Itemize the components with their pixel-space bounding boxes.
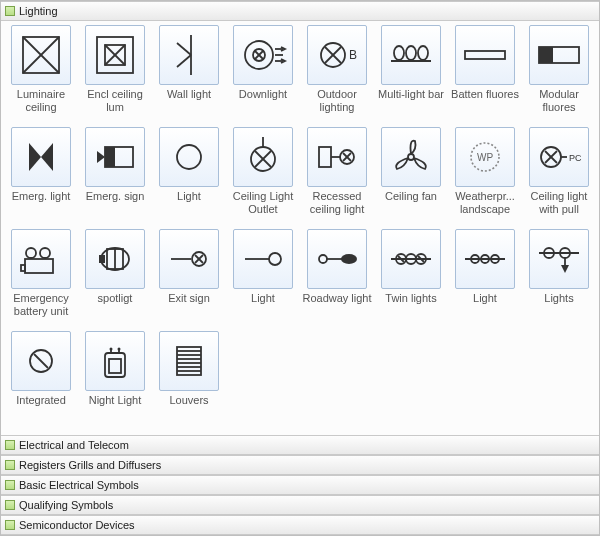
svg-point-22 — [394, 46, 404, 60]
symbol-ceiling-light-outlet[interactable]: Ceiling Light Outlet — [227, 127, 299, 227]
symbol-label: Lights — [544, 292, 573, 305]
symbol-recessed-ceiling-light[interactable]: Recessed ceiling light — [301, 127, 373, 227]
twin-lights-icon — [381, 229, 441, 289]
exit-sign-icon — [159, 229, 219, 289]
symbol-emergency-battery-unit[interactable]: Emergency battery unit — [5, 229, 77, 329]
symbol-exit-sign[interactable]: Exit sign — [153, 229, 225, 329]
emerg-light-icon — [11, 127, 71, 187]
symbol-spotlight[interactable]: spotligt — [79, 229, 151, 329]
symbol-label: Ceiling light with pull — [523, 190, 595, 215]
outdoor-lighting-icon: B — [307, 25, 367, 85]
svg-point-64 — [319, 255, 327, 263]
symbol-label: Batten fluores — [451, 88, 519, 101]
expand-icon — [5, 440, 15, 450]
symbol-label: Emerg. light — [12, 190, 71, 203]
roadway-light-icon — [307, 229, 367, 289]
symbol-label: spotligt — [98, 292, 133, 305]
svg-text:B: B — [349, 48, 357, 62]
symbol-label: Night Light — [89, 394, 142, 407]
section-header-qualifying-symbols[interactable]: Qualifying Symbols — [1, 495, 599, 515]
symbol-label: Light — [251, 292, 275, 305]
symbol-ceiling-fan[interactable]: Ceiling fan — [375, 127, 447, 227]
light-triple-icon — [455, 229, 515, 289]
svg-rect-25 — [465, 51, 505, 59]
symbol-weatherproof-landscape[interactable]: WPWeatherpr... landscape — [449, 127, 521, 227]
multi-light-bar-icon — [381, 25, 441, 85]
section-header-electrical-telecom[interactable]: Electrical and Telecom — [1, 435, 599, 455]
symbol-label: Luminaire ceiling — [5, 88, 77, 113]
light-circle-icon — [159, 127, 219, 187]
svg-point-66 — [341, 254, 357, 264]
section-header-lighting[interactable]: Lighting — [1, 1, 599, 21]
symbol-label: Downlight — [239, 88, 287, 101]
symbol-label: Light — [473, 292, 497, 305]
symbol-label: Ceiling fan — [385, 190, 437, 203]
symbol-emerg-light[interactable]: Emerg. light — [5, 127, 77, 227]
section-title: Basic Electrical Symbols — [19, 479, 595, 491]
lights-arrow-icon — [529, 229, 589, 289]
symbol-integrated[interactable]: Integrated — [5, 331, 77, 431]
symbol-twin-lights[interactable]: Twin lights — [375, 229, 447, 329]
symbol-roadway-light[interactable]: Roadway light — [301, 229, 373, 329]
svg-rect-84 — [109, 359, 121, 373]
louvers-icon — [159, 331, 219, 391]
night-light-icon — [85, 331, 145, 391]
svg-rect-49 — [21, 265, 25, 271]
svg-point-63 — [269, 253, 281, 265]
wall-light-icon — [159, 25, 219, 85]
symbol-louvers[interactable]: Louvers — [153, 331, 225, 431]
batten-fluores-icon — [455, 25, 515, 85]
symbol-modular-fluores[interactable]: Modular fluores — [523, 25, 595, 125]
modular-fluores-icon — [529, 25, 589, 85]
svg-rect-29 — [105, 147, 115, 167]
symbol-label: Recessed ceiling light — [301, 190, 373, 215]
symbol-lights-arrow[interactable]: Lights — [523, 229, 595, 329]
section-header-registers-grills[interactable]: Registers Grills and Diffusers — [1, 455, 599, 475]
symbol-light-circle[interactable]: Light — [153, 127, 225, 227]
symbol-multi-light-bar[interactable]: Multi-light bar — [375, 25, 447, 125]
svg-rect-48 — [25, 259, 53, 273]
symbol-label: Louvers — [169, 394, 208, 407]
symbol-label: Wall light — [167, 88, 211, 101]
light-stem-icon — [233, 229, 293, 289]
svg-point-23 — [406, 46, 416, 60]
symbol-downlight[interactable]: Downlight — [227, 25, 299, 125]
section-title: Qualifying Symbols — [19, 499, 595, 511]
expand-icon — [5, 6, 15, 16]
weatherproof-landscape-icon: WP — [455, 127, 515, 187]
svg-point-40 — [408, 154, 414, 160]
svg-line-82 — [34, 354, 48, 368]
section-title: Lighting — [19, 5, 595, 17]
symbol-ceiling-light-pull[interactable]: PCCeiling light with pull — [523, 127, 595, 227]
symbol-outdoor-lighting[interactable]: BOutdoor lighting — [301, 25, 373, 125]
symbol-label: Multi-light bar — [378, 88, 444, 101]
symbol-encl-ceiling-lum[interactable]: Encl ceiling lum — [79, 25, 151, 125]
symbol-label: Light — [177, 190, 201, 203]
symbol-light-triple[interactable]: Light — [449, 229, 521, 329]
symbol-light-stem[interactable]: Light — [227, 229, 299, 329]
stencil-panel: Lighting Luminaire ceilingEncl ceiling l… — [0, 0, 600, 536]
symbol-batten-fluores[interactable]: Batten fluores — [449, 25, 521, 125]
section-header-basic-electrical[interactable]: Basic Electrical Symbols — [1, 475, 599, 495]
ceiling-light-outlet-icon — [233, 127, 293, 187]
section-title: Registers Grills and Diffusers — [19, 459, 595, 471]
symbol-luminaire-ceiling[interactable]: Luminaire ceiling — [5, 25, 77, 125]
svg-point-24 — [418, 46, 428, 60]
symbol-label: Emergency battery unit — [5, 292, 77, 317]
symbol-wall-light[interactable]: Wall light — [153, 25, 225, 125]
symbol-night-light[interactable]: Night Light — [79, 331, 151, 431]
symbol-emerg-sign[interactable]: Emerg. sign — [79, 127, 151, 227]
section-header-semiconductor[interactable]: Semiconductor Devices — [1, 515, 599, 535]
encl-ceiling-lum-icon — [85, 25, 145, 85]
symbol-label: Encl ceiling lum — [79, 88, 151, 113]
svg-text:WP: WP — [477, 152, 493, 163]
section-title: Semiconductor Devices — [19, 519, 595, 531]
svg-point-50 — [26, 248, 36, 258]
svg-rect-56 — [99, 255, 105, 263]
symbol-label: Twin lights — [385, 292, 436, 305]
symbol-label: Modular fluores — [523, 88, 595, 113]
symbol-label: Weatherpr... landscape — [449, 190, 521, 215]
svg-line-8 — [177, 43, 191, 55]
expand-icon — [5, 460, 15, 470]
svg-point-51 — [40, 248, 50, 258]
